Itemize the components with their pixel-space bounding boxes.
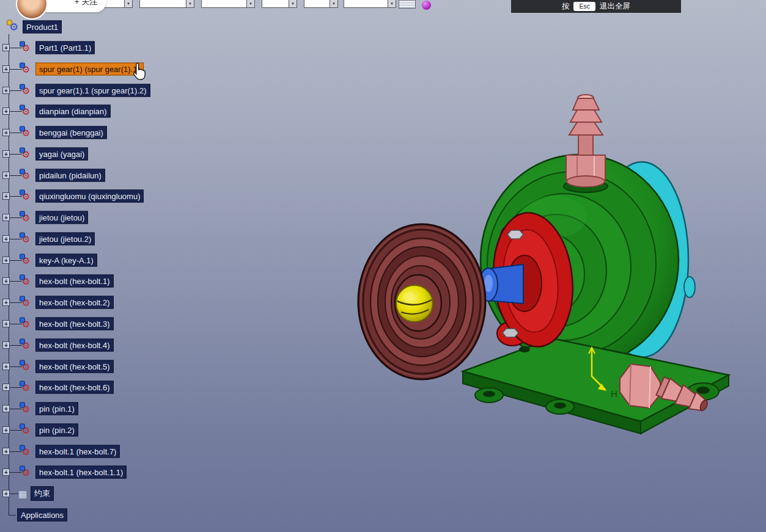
tree-connector — [9, 472, 22, 473]
part-icon[interactable]: ⚙ — [22, 340, 30, 349]
tree-item-20[interactable]: hex-bolt.1 (hex-bolt.1.1) — [35, 466, 127, 479]
tree-item-14[interactable]: hex-bolt (hex-bolt.4) — [35, 338, 114, 351]
tree-row: +⚙hex-bolt.1 (hex-bolt.7) — [0, 441, 367, 462]
expand-icon[interactable]: + — [2, 448, 10, 455]
part-icon[interactable]: ⚙ — [22, 170, 30, 180]
part-icon[interactable]: ⚙ — [22, 43, 30, 53]
tree-row: +⚙hex-bolt (hex-bolt.5) — [0, 356, 367, 377]
part-icon[interactable]: ⚙ — [22, 425, 30, 434]
tree-connector — [9, 69, 22, 70]
tree-row: +⚙hex-bolt (hex-bolt.1) — [0, 271, 367, 291]
expand-icon[interactable]: + — [2, 214, 10, 221]
tree-item-16[interactable]: hex-bolt (hex-bolt.6) — [35, 381, 114, 394]
tree-item-0[interactable]: Part1 (Part1.1) — [35, 42, 95, 54]
expand-icon[interactable]: + — [2, 150, 10, 158]
tree-item-8[interactable]: jietou (jietou) — [35, 211, 88, 224]
tree-row: +⚙spur gear(1).1 (spur gear(1).2) — [0, 80, 367, 101]
tree-item-18[interactable]: pin (pin.2) — [35, 423, 78, 436]
tree-item-13[interactable]: hex-bolt (hex-bolt.3) — [35, 318, 114, 330]
tree-item-1[interactable]: spur gear(1) (spur gear(1).1) — [35, 62, 144, 75]
expand-icon[interactable]: + — [2, 87, 10, 94]
tree-connector — [9, 409, 22, 409]
tree-item-12[interactable]: hex-bolt (hex-bolt.2) — [35, 296, 114, 309]
expand-icon[interactable]: + — [2, 107, 10, 115]
expand-icon[interactable]: + — [2, 363, 10, 370]
expand-icon[interactable]: + — [2, 405, 10, 412]
expand-icon[interactable]: + — [2, 468, 10, 476]
expand-icon[interactable]: + — [2, 235, 10, 242]
tree-row: +⚙yagai (yagai) — [0, 144, 367, 164]
part-icon[interactable]: ⚙ — [22, 128, 30, 137]
tree-item-15[interactable]: hex-bolt (hex-bolt.5) — [35, 360, 114, 373]
expand-icon[interactable]: + — [2, 44, 10, 51]
part-icon[interactable]: ⚙ — [22, 64, 30, 73]
tree-row: +⚙benggai (benggai) — [0, 122, 367, 143]
expand-icon[interactable]: + — [2, 65, 10, 73]
expand-icon[interactable]: + — [2, 341, 10, 349]
tree-connector — [9, 175, 22, 176]
tree-connector — [9, 196, 22, 197]
expand-icon[interactable]: + — [2, 320, 10, 327]
tree-item-5[interactable]: yagai (yagai) — [35, 147, 88, 160]
expand-icon[interactable]: + — [2, 299, 10, 306]
tree-item-4[interactable]: benggai (benggai) — [35, 126, 107, 139]
product-icon[interactable]: ⚙ — [9, 22, 18, 32]
part-icon[interactable]: ⚙ — [22, 192, 30, 201]
part-icon[interactable]: ⚙ — [22, 255, 30, 264]
fullscreen-hint-suffix: 退出全屏 — [600, 1, 630, 12]
tree-connector — [9, 217, 22, 218]
expand-icon[interactable]: + — [2, 426, 10, 434]
tree-row: +⚙dianpian (dianpian) — [0, 101, 367, 122]
part-icon[interactable]: ⚙ — [22, 86, 30, 95]
expand-icon[interactable]: + — [2, 490, 10, 497]
expand-icon[interactable]: + — [2, 192, 10, 200]
tree-item-21[interactable]: 约束 — [31, 486, 54, 501]
expand-icon[interactable]: + — [2, 257, 10, 264]
fullscreen-hint: 按 Esc 退出全屏 — [511, 0, 681, 13]
part-icon[interactable]: ⚙ — [22, 319, 30, 329]
part-icon[interactable]: ⚙ — [22, 277, 30, 286]
tree-item-17[interactable]: pin (pin.1) — [35, 403, 78, 415]
part-icon[interactable]: ⚙ — [22, 107, 30, 116]
tree-item-3[interactable]: dianpian (dianpian) — [35, 105, 111, 118]
tree-item-root[interactable]: Product1 — [23, 21, 62, 34]
expand-icon[interactable]: + — [2, 129, 10, 136]
tree-item-9[interactable]: jietou (jietou.2) — [35, 232, 95, 245]
tree-row: ⚙Product1 — [0, 16, 367, 37]
part-icon[interactable]: ⚙ — [22, 234, 30, 243]
tree-row: +⚙pin (pin.2) — [0, 420, 367, 440]
part-icon[interactable]: ⚙ — [22, 383, 30, 392]
part-icon[interactable]: ⚙ — [22, 468, 30, 477]
part-icon[interactable]: ⚙ — [22, 298, 30, 307]
tree-row: +⚙hex-bolt (hex-bolt.3) — [0, 313, 367, 334]
tree-row: +⚙jietou (jietou.2) — [0, 228, 367, 249]
tree-connector — [9, 451, 22, 452]
tree-row: +⚙spur gear(1) (spur gear(1).1) — [0, 59, 367, 79]
fullscreen-hint-prefix: 按 — [562, 1, 570, 12]
follow-label: + 关注 — [75, 0, 97, 7]
part-icon[interactable]: ⚙ — [22, 149, 30, 158]
tree-connector — [9, 90, 22, 91]
part-icon[interactable]: ⚙ — [22, 213, 30, 222]
tree-item-6[interactable]: pidailun (pidailun) — [35, 169, 105, 181]
esc-keycap: Esc — [573, 2, 595, 11]
tree-item-19[interactable]: hex-bolt.1 (hex-bolt.7) — [35, 445, 120, 457]
part-icon[interactable]: ⚙ — [22, 362, 30, 371]
specification-tree: ⚙Product1+⚙Part1 (Part1.1)+⚙spur gear(1)… — [0, 0, 766, 532]
tree-connector — [9, 154, 22, 155]
part-icon[interactable]: ⚙ — [22, 404, 30, 414]
tree-item-2[interactable]: spur gear(1).1 (spur gear(1).2) — [35, 84, 150, 97]
tree-item-10[interactable]: key-A (key-A.1) — [35, 253, 97, 266]
tree-connector — [9, 494, 18, 494]
tree-item-22[interactable]: Applications — [17, 508, 67, 521]
tree-item-7[interactable]: qiuxingluomu (qiuxingluomu) — [35, 190, 144, 203]
tree-row: +⚙hex-bolt.1 (hex-bolt.1.1) — [0, 462, 367, 483]
expand-icon[interactable]: + — [2, 172, 10, 179]
expand-icon[interactable]: + — [2, 384, 10, 391]
part-icon[interactable]: ⚙ — [22, 446, 30, 456]
tree-connector — [9, 324, 22, 324]
expand-icon[interactable]: + — [2, 277, 10, 285]
constraints-icon[interactable]: ▦ — [18, 489, 27, 498]
tree-item-11[interactable]: hex-bolt (hex-bolt.1) — [35, 275, 114, 288]
catia-viewport: H ▾ ▾ ▾ ▾ ▾ ▾ ⚙Product1+⚙Part1 (Part1.1)… — [0, 0, 766, 532]
